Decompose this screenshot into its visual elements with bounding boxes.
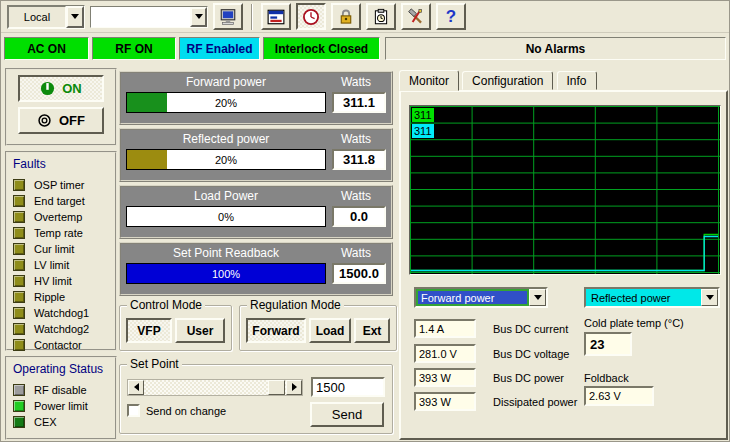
reflected-power-value-chip: 311: [412, 124, 434, 138]
control-mode-title: Control Mode: [127, 298, 205, 312]
tab-info[interactable]: Info: [557, 71, 597, 90]
left-panel: ON OFF Faults OSP timer End target Overt…: [5, 68, 117, 440]
help-button[interactable]: ?: [436, 3, 466, 30]
status-rf-enabled: RF Enabled: [179, 37, 260, 60]
bus-dc-voltage-field: 281.0 V: [414, 344, 476, 363]
fault-led: [13, 275, 25, 287]
fault-led: [13, 243, 25, 255]
monitor-timer-button[interactable]: [296, 3, 326, 30]
faults-title: Faults: [13, 157, 115, 171]
ext-button-label: Ext: [363, 324, 382, 338]
gauge-title: Reflected power: [126, 132, 326, 149]
tab-configuration[interactable]: Configuration: [462, 71, 553, 90]
send-on-change-checkbox[interactable]: [127, 404, 140, 417]
cold-plate-temp-label: Cold plate temp (°C): [584, 317, 684, 329]
forward-button[interactable]: Forward: [246, 318, 306, 343]
center-panel: Forward powerWatts 20% 311.1 Reflected p…: [119, 71, 393, 434]
slider-track[interactable]: [144, 380, 286, 395]
slider-right-arrow[interactable]: [286, 380, 302, 395]
trace1-dropdown-button[interactable]: [529, 289, 546, 306]
off-button[interactable]: OFF: [18, 107, 104, 134]
fault-row: HV limit: [13, 273, 115, 289]
bus-dc-power-label: Bus DC power: [493, 372, 564, 384]
device-combo-dropdown-button[interactable]: [190, 7, 207, 27]
user-button[interactable]: User: [175, 318, 225, 343]
toolbar-separator: [251, 4, 253, 30]
slider-thumb[interactable]: [268, 380, 285, 395]
send-on-change-label: Send on change: [146, 405, 226, 417]
trace2-dropdown-button[interactable]: [701, 289, 718, 306]
operating-row: CEX: [13, 414, 115, 430]
scheduled-log-button[interactable]: [366, 3, 396, 30]
gauge-title: Forward power: [126, 75, 326, 92]
send-button-label: Send: [332, 407, 362, 422]
status-rf-label: RF ON: [115, 42, 152, 56]
tab-monitor[interactable]: Monitor: [399, 70, 459, 91]
foldback-label: Foldback: [584, 372, 629, 384]
on-button[interactable]: ON: [18, 75, 104, 102]
bus-dc-current-row: 1.4 A Bus DC current: [414, 319, 568, 338]
fault-led: [13, 211, 25, 223]
trace2-select[interactable]: Reflected power: [584, 287, 720, 308]
load-button[interactable]: Load: [309, 318, 351, 343]
fault-label: Cur limit: [34, 243, 74, 255]
fault-label: Ripple: [34, 291, 65, 303]
set-point-input[interactable]: [311, 377, 385, 397]
send-on-change-option[interactable]: Send on change: [127, 404, 226, 417]
control-location-value: Local: [8, 6, 66, 28]
fault-led: [13, 323, 25, 335]
fault-led: [13, 259, 25, 271]
tools-button[interactable]: [401, 3, 431, 30]
dissipated-power-field: 393 W: [414, 392, 476, 411]
vfp-button[interactable]: VFP: [126, 318, 172, 343]
vfp-button-label: VFP: [137, 324, 160, 338]
panel-view-button[interactable]: [261, 3, 291, 30]
tab-strip: Monitor Configuration Info: [399, 69, 728, 90]
status-rf-enabled-label: RF Enabled: [186, 42, 252, 56]
timer-gauge-icon: [302, 8, 320, 26]
control-location-select[interactable]: Local: [7, 5, 85, 29]
fault-label: Contactor: [34, 339, 82, 351]
control-mode-group: Control Mode VFP User: [119, 305, 232, 351]
toolbar: Local: [1, 1, 729, 33]
connect-button[interactable]: [213, 3, 243, 30]
lock-button[interactable]: [331, 3, 361, 30]
fault-row: Cur limit: [13, 241, 115, 257]
trace1-select[interactable]: Forward power: [414, 287, 548, 308]
forward-power-gauge: Forward powerWatts 20% 311.1: [119, 71, 393, 125]
fault-led: [13, 179, 25, 191]
arrow-left-icon: [134, 383, 139, 391]
fault-label: HV limit: [34, 275, 72, 287]
regulation-mode-title: Regulation Mode: [247, 298, 344, 312]
control-location-dropdown-button[interactable]: [66, 6, 84, 28]
set-point-readback-bar: 100%: [126, 263, 326, 284]
bus-dc-voltage-label: Bus DC voltage: [493, 348, 569, 360]
operating-label: Power limit: [34, 400, 88, 412]
forward-power-value-chip: 311: [412, 108, 434, 122]
forward-button-label: Forward: [252, 324, 299, 338]
fault-row: Watchdog2: [13, 321, 115, 337]
help-icon: ?: [446, 7, 456, 27]
fault-led: [13, 339, 25, 351]
arrow-right-icon: [292, 383, 297, 391]
status-alarms-label: No Alarms: [526, 42, 586, 56]
send-button[interactable]: Send: [310, 402, 384, 427]
operating-status-title: Operating Status: [13, 362, 115, 376]
scheduled-log-icon: [372, 8, 390, 26]
tab-info-label: Info: [567, 74, 587, 88]
load-power-readout: 0.0: [332, 206, 386, 227]
bus-dc-current-label: Bus DC current: [493, 323, 568, 335]
fault-label: Temp rate: [34, 227, 83, 239]
remote-computer-icon: [219, 8, 237, 26]
status-interlock: Interlock Closed: [263, 37, 380, 60]
gauge-unit: Watts: [326, 189, 386, 206]
slider-left-arrow[interactable]: [128, 380, 144, 395]
cold-plate-temp-field: 23: [584, 332, 632, 356]
ext-button[interactable]: Ext: [354, 318, 390, 343]
set-point-slider[interactable]: [127, 379, 303, 396]
set-point-readback-gauge: Set Point ReadbackWatts 100% 1500.0: [119, 242, 393, 296]
device-combo[interactable]: [90, 6, 208, 28]
bar-percent-label: 0%: [127, 207, 325, 226]
fault-row: Ripple: [13, 289, 115, 305]
set-point-title: Set Point: [127, 357, 182, 371]
